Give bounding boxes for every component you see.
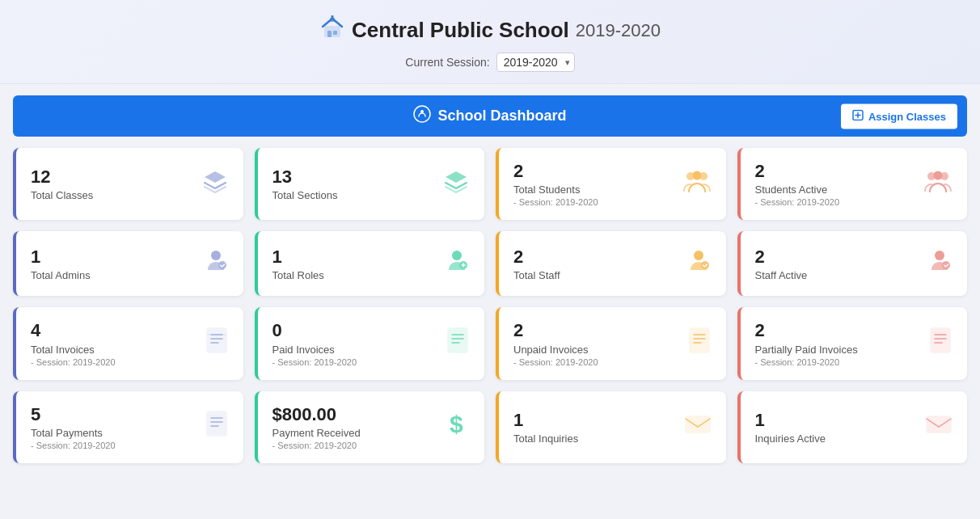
svg-rect-29	[686, 416, 710, 432]
dashboard-card: 1Total Admins	[13, 231, 243, 296]
card-number: 2	[755, 161, 840, 182]
students-icon	[682, 169, 712, 200]
svg-point-6	[420, 110, 424, 113]
svg-rect-30	[927, 416, 951, 432]
card-label: Students Active	[755, 184, 840, 196]
card-label: Payment Received	[272, 427, 361, 439]
paid-invoices-icon	[446, 327, 470, 361]
card-number: 13	[272, 167, 338, 188]
school-name: Central Public School	[352, 18, 569, 43]
card-label: Total Payments	[31, 427, 116, 439]
dashboard-card: 2Total Students- Session: 2019-2020	[496, 148, 726, 220]
svg-point-20	[935, 251, 944, 260]
card-session: - Session: 2019-2020	[31, 357, 116, 367]
card-session: - Session: 2019-2020	[272, 357, 357, 367]
dashboard-card: 0Paid Invoices- Session: 2019-2020	[255, 307, 485, 379]
staff-active-icon	[927, 247, 953, 280]
dashboard-card: 2Partially Paid Invoices- Session: 2019-…	[737, 307, 968, 379]
card-session: - Session: 2019-2020	[31, 441, 116, 450]
svg-rect-1	[327, 31, 332, 37]
dashboard-title: School Dashboard	[413, 105, 566, 127]
dashboard-card: 2Students Active- Session: 2019-2020	[737, 148, 968, 220]
svg-rect-24	[448, 328, 467, 352]
svg-rect-2	[333, 31, 337, 35]
dashboard-icon	[413, 105, 431, 127]
dashboard-card: 2Total Staff	[496, 231, 726, 296]
card-label: Inquiries Active	[755, 432, 826, 445]
dashboard-card: $800.00Payment Received- Session: 2019-2…	[255, 391, 485, 463]
card-label: Partially Paid Invoices	[755, 344, 858, 356]
dashboard-card: 2Staff Active	[737, 231, 968, 296]
card-content: 1Total Admins	[31, 247, 91, 281]
school-icon	[319, 15, 345, 46]
card-content: $800.00Payment Received- Session: 2019-2…	[272, 404, 361, 450]
school-title: Central Public School 2019-2020	[16, 15, 964, 46]
svg-rect-0	[324, 26, 340, 37]
card-session: - Session: 2019-2020	[513, 357, 598, 367]
card-session: - Session: 2019-2020	[513, 197, 598, 207]
svg-rect-25	[690, 328, 709, 352]
card-number: 2	[755, 320, 858, 341]
card-number: 1	[513, 410, 578, 431]
card-content: 2Staff Active	[755, 247, 808, 281]
card-label: Total Students	[513, 184, 598, 196]
card-content: 2Total Staff	[513, 247, 560, 281]
svg-point-10	[692, 171, 701, 179]
roles-icon	[444, 247, 470, 280]
layers-icon	[201, 167, 229, 201]
svg-point-13	[934, 171, 943, 179]
inquiries-icon	[684, 412, 712, 442]
card-number: 2	[755, 247, 808, 268]
dashboard-card: 1Total Inquiries	[496, 391, 726, 463]
card-label: Total Classes	[31, 189, 93, 201]
header: Central Public School 2019-2020 Current …	[0, 0, 980, 84]
session-select-wrap[interactable]: 2019-2020	[496, 53, 575, 72]
card-content: 1Total Inquiries	[513, 410, 578, 445]
svg-point-18	[694, 251, 703, 260]
card-content: 2Total Students- Session: 2019-2020	[513, 161, 598, 207]
dashboard-card: 4Total Invoices- Session: 2019-2020	[13, 307, 243, 379]
dashboard-card: 13Total Sections	[255, 148, 485, 220]
card-number: 5	[31, 404, 116, 425]
admin-icon	[203, 247, 229, 280]
dashboard-title-text: School Dashboard	[437, 108, 566, 124]
card-number: 2	[513, 161, 598, 182]
card-content: 5Total Payments- Session: 2019-2020	[31, 404, 116, 450]
school-year: 2019-2020	[576, 20, 661, 41]
card-content: 2Students Active- Session: 2019-2020	[755, 161, 840, 207]
card-label: Total Sections	[272, 189, 338, 201]
card-label: Total Admins	[31, 269, 91, 281]
svg-rect-26	[931, 328, 950, 352]
session-select[interactable]: 2019-2020	[496, 53, 575, 72]
card-content: 2Partially Paid Invoices- Session: 2019-…	[755, 320, 858, 366]
assign-classes-label: Assign Classes	[868, 110, 946, 122]
svg-point-15	[218, 261, 226, 269]
unpaid-invoices-icon	[687, 327, 712, 361]
card-number: 2	[513, 320, 598, 341]
card-content: 13Total Sections	[272, 167, 338, 201]
dashboard-card: 1Inquiries Active	[737, 391, 968, 463]
sections-icon	[442, 167, 470, 201]
card-number: 1	[31, 247, 91, 268]
card-label: Total Staff	[513, 269, 560, 281]
card-session: - Session: 2019-2020	[755, 357, 858, 367]
card-number: 12	[31, 167, 93, 188]
card-session: - Session: 2019-2020	[272, 441, 361, 450]
card-label: Total Roles	[272, 269, 324, 281]
svg-point-14	[211, 251, 221, 260]
svg-point-5	[414, 106, 430, 122]
assign-classes-button[interactable]: Assign Classes	[841, 103, 957, 129]
card-label: Total Inquiries	[513, 432, 578, 445]
card-content: 2Unpaid Invoices- Session: 2019-2020	[513, 320, 598, 366]
card-label: Staff Active	[755, 269, 808, 281]
svg-point-16	[452, 251, 462, 260]
card-number: 1	[755, 410, 826, 431]
dashboard-card: 12Total Classes	[13, 148, 243, 220]
payment-received-icon: $	[447, 410, 470, 444]
session-row: Current Session: 2019-2020	[16, 53, 964, 72]
card-number: 4	[31, 320, 116, 341]
students-active-icon	[923, 169, 953, 200]
card-content: 1Inquiries Active	[755, 410, 826, 445]
card-label: Unpaid Invoices	[513, 344, 598, 356]
dashboard-card: 2Unpaid Invoices- Session: 2019-2020	[496, 307, 726, 379]
